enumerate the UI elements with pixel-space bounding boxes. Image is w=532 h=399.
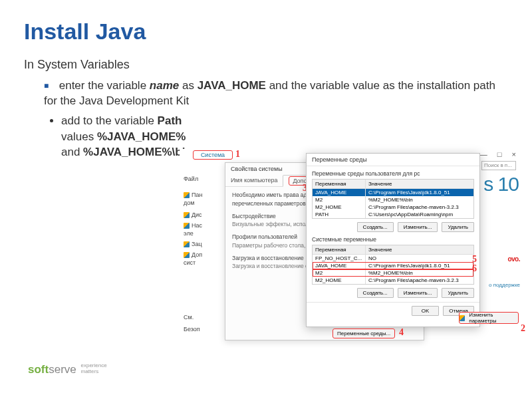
table-row[interactable]: M2_HOMEC:\Program Files\apache-maven-3.2… — [313, 203, 473, 211]
shield-icon — [184, 192, 190, 198]
create-button[interactable]: Создать... — [357, 288, 394, 298]
tab-computer-name[interactable]: Имя компьютера — [225, 175, 283, 186]
lenovo-brand: ovo. — [507, 255, 520, 263]
table-row[interactable]: M2%M2_HOME%\bin — [313, 269, 473, 277]
shield-icon — [460, 315, 465, 321]
edit-button[interactable]: Изменить... — [398, 222, 438, 232]
user-vars-label: Переменные среды пользователя для pc — [312, 170, 474, 177]
search-input[interactable]: Поиск в п... — [481, 161, 516, 170]
support-link[interactable]: о поддержке — [489, 282, 520, 288]
dialog-title: Переменные среды — [307, 154, 479, 166]
table-row[interactable]: JAVA_HOMEC:\Program Files\Java\jdk1.8.0_… — [313, 189, 473, 196]
change-params-button[interactable]: Изменить параметры — [459, 312, 519, 324]
system-vars-table[interactable]: ПеременнаяЗначение FP_NO_HOST_C...NO JAV… — [312, 245, 474, 285]
delete-button[interactable]: Удалить — [442, 222, 474, 232]
windows10-text: s 10 — [483, 173, 519, 196]
table-row[interactable]: PATHC:\Users\pc\AppData\Roaming\npm — [313, 211, 473, 218]
system-vars-label: Системные переменные — [312, 236, 474, 243]
marker-1: 1 — [235, 149, 240, 160]
edit-button[interactable]: Изменить... — [398, 288, 438, 298]
delete-button[interactable]: Удалить — [442, 288, 474, 298]
shield-icon — [184, 212, 190, 218]
table-row[interactable]: FP_NO_HOST_C...NO — [313, 255, 473, 262]
env-vars-button[interactable]: Переменные среды... — [332, 329, 395, 338]
window-controls[interactable]: — □ × — [480, 150, 520, 158]
bullet-java-home: enter the variable name as JAVA_HOME and… — [44, 78, 508, 109]
screenshot-area: — □ × Поиск в п... s 10 ovo. о поддержке… — [180, 149, 525, 348]
user-vars-table[interactable]: ПеременнаяЗначение JAVA_HOMEC:\Program F… — [312, 179, 474, 219]
table-row[interactable]: M2%M2_HOME%\bin — [313, 196, 473, 203]
table-row[interactable]: JAVA_HOMEC:\Program Files\Java\jdk1.8.0_… — [313, 262, 473, 269]
marker-4: 4 — [399, 327, 404, 338]
marker-2: 2 — [521, 323, 525, 334]
bullet-path: add to the variable Path values %JAVA_HO… — [61, 113, 194, 160]
env-variables-dialog: Переменные среды Переменные среды пользо… — [306, 153, 480, 327]
shield-icon — [184, 252, 190, 258]
ok-button[interactable]: OK — [412, 306, 440, 316]
slide-title: Install Java — [24, 19, 508, 45]
table-row[interactable]: M2_HOMEC:\Program Files\apache-maven-3.2… — [313, 277, 473, 284]
marker-6: 6 — [472, 263, 477, 274]
slide-subtitle: In System Variables — [24, 58, 508, 72]
file-menu[interactable]: Файл — [184, 174, 198, 184]
system-link[interactable]: Система — [193, 150, 233, 160]
softserve-logo: softserve experiencematters — [28, 363, 107, 376]
shield-icon — [184, 241, 190, 247]
shield-icon — [184, 223, 190, 229]
create-button[interactable]: Создать... — [357, 222, 394, 232]
